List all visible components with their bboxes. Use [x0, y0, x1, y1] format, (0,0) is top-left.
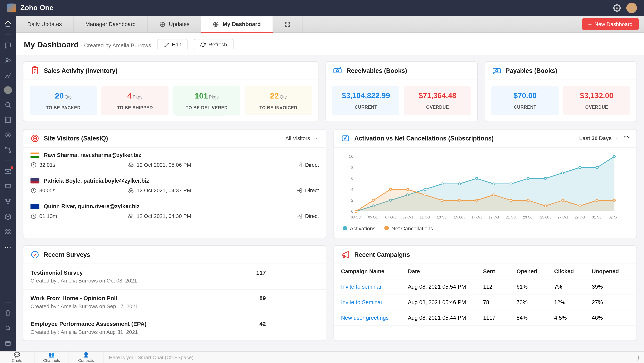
smart-chat-input[interactable]: Here is your Smart Chat (Ctrl+Space): [104, 355, 632, 360]
svg-point-90: [562, 199, 564, 202]
visitor-row[interactable]: Ravi Sharma, ravi.sharma@zylker.biz 32:0…: [24, 148, 326, 174]
app-header: Zoho One: [0, 0, 644, 16]
survey-row[interactable]: Work From Home - Opinion PollCreated by …: [24, 289, 326, 315]
svg-text:4: 4: [351, 187, 354, 192]
svg-point-93: [613, 199, 616, 202]
payables-card: Payables (Books) $70.00CURRENT $3,132.00…: [485, 62, 637, 122]
nav-search-icon[interactable]: [4, 100, 12, 109]
nav-desk-icon[interactable]: [4, 182, 12, 191]
clock-icon: [30, 188, 36, 194]
svg-text:23 Oct: 23 Oct: [523, 215, 534, 219]
svg-text:11 Oct: 11 Oct: [420, 215, 430, 219]
visitor-row[interactable]: Patricia Boyle, patricia.boyle@zylker.bi…: [24, 174, 326, 199]
svg-point-14: [8, 232, 10, 234]
nav-separator: [5, 34, 11, 35]
subscription-icon: [341, 134, 350, 143]
footer-expand-icon[interactable]: ⟩: [632, 353, 644, 362]
sales-tile[interactable]: 20Qty TO BE PACKED: [30, 86, 97, 116]
svg-point-88: [527, 199, 530, 202]
nav-view-icon[interactable]: [4, 130, 12, 139]
clipboard-icon: [30, 66, 39, 75]
activation-chart-card: Activation vs Net Cancellations (Subscri…: [334, 129, 637, 238]
nav-box-icon[interactable]: [4, 212, 12, 221]
svg-point-4: [7, 134, 9, 136]
nav-home-icon[interactable]: [4, 20, 12, 28]
edit-button[interactable]: Edit: [157, 39, 188, 50]
footer-channels[interactable]: 👥Channels: [34, 351, 69, 363]
svg-point-94: [32, 252, 38, 258]
refresh-button[interactable]: Refresh: [194, 39, 234, 50]
svg-text:6: 6: [351, 176, 354, 180]
campaign-link[interactable]: Invite to Seminar: [341, 299, 408, 306]
new-dashboard-button[interactable]: +New Dashboard: [582, 18, 639, 30]
nav-people-icon[interactable]: [4, 56, 12, 65]
footer-chats[interactable]: 💬Chats: [0, 351, 34, 363]
svg-point-77: [613, 156, 616, 158]
settings-icon[interactable]: [613, 4, 621, 12]
campaign-row: Invite to seminar Aug 08, 2021 05:54 PM1…: [334, 280, 636, 295]
app-logo-icon: [7, 4, 16, 12]
survey-row[interactable]: Employee Performance Assessment (EPA)Cre…: [24, 315, 326, 340]
tab-updates[interactable]: Updates: [148, 16, 202, 32]
nav-apps-icon[interactable]: [4, 227, 12, 236]
svg-point-92: [596, 199, 598, 202]
svg-point-85: [476, 199, 478, 202]
survey-row[interactable]: Testimonial SurveyCreated by : Amelia Bu…: [24, 264, 326, 290]
card-title: Payables (Books): [506, 67, 557, 74]
svg-point-13: [6, 232, 7, 234]
recent-surveys-card: Recent Surveys Testimonial SurveyCreated…: [23, 246, 326, 341]
svg-text:09 Oct: 09 Oct: [402, 215, 413, 219]
nav-profile-icon[interactable]: [4, 86, 12, 94]
svg-point-32: [131, 165, 133, 167]
nav-flow-icon[interactable]: [4, 146, 12, 154]
flag-icon: [30, 178, 39, 184]
chevron-down-icon: [614, 136, 619, 141]
dashboard-byline: - Created by Amelia Burrows: [81, 42, 151, 48]
card-title: Recent Surveys: [44, 251, 90, 258]
sales-tile[interactable]: 22Qty TO BE INVOICED: [245, 86, 312, 116]
svg-text:29 Oct: 29 Oct: [575, 215, 585, 219]
nav-reports-icon[interactable]: [4, 116, 12, 124]
refresh-icon[interactable]: [623, 135, 630, 142]
svg-point-26: [496, 70, 498, 72]
nav-search2-icon[interactable]: [4, 324, 12, 332]
nav-integrations-icon[interactable]: [4, 197, 12, 206]
visitor-row[interactable]: Quinn River, quinn.rivers@zylker.biz 01:…: [24, 199, 326, 224]
sales-tile[interactable]: 101Pkgs TO BE DELIVERED: [173, 86, 240, 116]
tab-extra[interactable]: [273, 16, 302, 32]
card-title: Site Visitors (SalesIQ): [44, 135, 108, 142]
nav-mobile-icon[interactable]: [4, 309, 12, 318]
svg-point-84: [458, 199, 460, 202]
campaign-link[interactable]: Invite to seminar: [341, 284, 408, 290]
svg-text:15 Oct: 15 Oct: [454, 215, 464, 219]
svg-text:03 Oct: 03 Oct: [351, 215, 361, 219]
dashboard-title: My Dashboard: [24, 40, 79, 49]
svg-point-9: [9, 199, 10, 200]
footer-contacts[interactable]: 👤Contacts: [69, 351, 104, 363]
svg-point-34: [128, 190, 131, 192]
range-selector[interactable]: Last 30 Days: [579, 135, 619, 142]
widget-icon: [284, 21, 290, 27]
recent-campaigns-card: Recent Campaigns Campaign NameDateSentOp…: [334, 246, 637, 341]
dashboard-content: Sales Activity (Inventory) 20Qty TO BE P…: [16, 55, 644, 351]
tab-daily-updates[interactable]: Daily Updates: [16, 16, 74, 32]
svg-text:07 Oct: 07 Oct: [385, 215, 396, 219]
tab-manager-dashboard[interactable]: Manager Dashboard: [74, 16, 148, 32]
user-avatar[interactable]: [626, 3, 637, 13]
money-out-icon: [492, 66, 501, 75]
nav-chat-icon[interactable]: [4, 41, 12, 50]
nav-analytics-icon[interactable]: [4, 71, 12, 80]
visitors-filter[interactable]: All Visitors: [286, 135, 319, 142]
nav-calendar-icon[interactable]: [4, 339, 12, 348]
chart-legend: Activations Net Cancellations: [334, 224, 636, 238]
svg-point-76: [596, 166, 598, 169]
exit-icon: [296, 188, 302, 194]
svg-point-83: [441, 199, 443, 202]
sales-tile[interactable]: 4Pkgs TO BE SHIPPED: [102, 86, 169, 116]
tab-my-dashboard[interactable]: My Dashboard: [202, 16, 273, 32]
campaign-row: Invite to Seminar Aug 08, 2021 05:46 PM7…: [334, 295, 636, 310]
campaign-link[interactable]: New user greetings: [341, 315, 408, 321]
nav-more-icon[interactable]: ⋯: [4, 242, 12, 251]
nav-mail-icon[interactable]: [4, 167, 12, 176]
svg-rect-15: [7, 310, 9, 316]
